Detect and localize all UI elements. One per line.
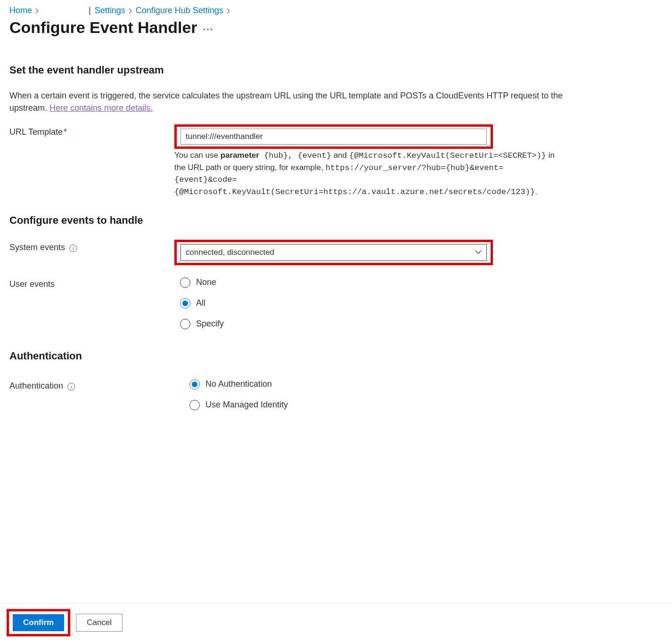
- section-upstream-heading: Set the event handler upstream: [9, 64, 663, 76]
- user-events-specify[interactable]: Specify: [180, 319, 663, 329]
- radio-label: Specify: [196, 319, 224, 329]
- chevron-down-icon: [475, 249, 482, 256]
- radio-label: No Authentication: [205, 379, 272, 389]
- radio-label: None: [196, 277, 216, 287]
- chevron-right-icon: [35, 7, 40, 15]
- user-events-label: User events: [9, 276, 174, 289]
- url-template-label: URL Template*: [9, 124, 174, 137]
- info-icon[interactable]: i: [69, 244, 77, 252]
- authentication-label: Authentication i: [9, 378, 174, 391]
- url-template-highlight: [174, 124, 493, 149]
- upstream-description: When a certain event is triggered, the s…: [9, 89, 565, 114]
- breadcrumb-divider: |: [88, 6, 92, 16]
- system-events-value: connected, disconnected: [186, 248, 274, 257]
- user-events-radio-group: None All Specify: [180, 276, 663, 329]
- section-events-heading: Configure events to handle: [9, 214, 663, 227]
- user-events-none[interactable]: None: [180, 277, 663, 288]
- breadcrumb-home[interactable]: Home: [9, 6, 32, 16]
- user-events-all[interactable]: All: [180, 298, 663, 309]
- radio-label: All: [196, 298, 205, 308]
- auth-radio-group: No Authentication Use Managed Identity: [189, 378, 663, 410]
- info-icon[interactable]: i: [67, 383, 75, 390]
- system-events-highlight: connected, disconnected: [174, 240, 493, 265]
- chevron-right-icon: [226, 7, 231, 15]
- system-events-select[interactable]: connected, disconnected: [180, 244, 487, 261]
- url-template-input[interactable]: [180, 129, 487, 145]
- auth-managed[interactable]: Use Managed Identity: [189, 400, 663, 410]
- radio-icon: [189, 400, 200, 410]
- chevron-right-icon: [128, 7, 133, 15]
- page-title-text: Configure Event Handler: [9, 18, 197, 37]
- radio-icon: [189, 379, 200, 390]
- radio-icon: [180, 277, 190, 288]
- page-title: Configure Event Handler ···: [9, 18, 663, 37]
- more-actions-icon[interactable]: ···: [203, 20, 214, 35]
- auth-none[interactable]: No Authentication: [189, 379, 663, 390]
- radio-icon: [180, 298, 190, 309]
- system-events-label: System events i: [9, 240, 174, 252]
- url-template-hint: You can use parameter {hub}, {event} and…: [174, 150, 561, 198]
- breadcrumb: Home | Settings Configure Hub Settings: [9, 6, 663, 16]
- breadcrumb-settings[interactable]: Settings: [95, 6, 125, 16]
- upstream-details-link[interactable]: Here contains more details.: [49, 103, 153, 113]
- radio-icon: [180, 319, 190, 329]
- breadcrumb-configure-hub[interactable]: Configure Hub Settings: [136, 6, 223, 16]
- section-auth-heading: Authentication: [9, 350, 663, 362]
- radio-label: Use Managed Identity: [205, 400, 288, 410]
